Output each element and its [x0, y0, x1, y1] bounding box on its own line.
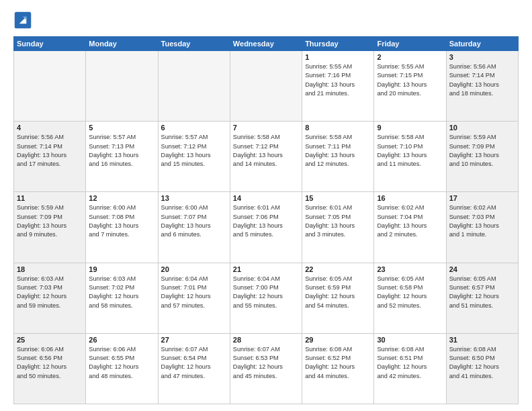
calendar-week-1: 1Sunrise: 5:55 AMSunset: 7:16 PMDaylight…	[14, 51, 519, 122]
calendar-cell: 19Sunrise: 6:03 AMSunset: 7:02 PMDayligh…	[86, 263, 158, 333]
calendar-cell: 5Sunrise: 5:57 AMSunset: 7:13 PMDaylight…	[86, 122, 158, 192]
day-number: 1	[305, 53, 371, 61]
day-info: Sunrise: 6:01 AMSunset: 7:06 PMDaylight:…	[233, 203, 299, 239]
day-info: Sunrise: 5:57 AMSunset: 7:13 PMDaylight:…	[89, 133, 154, 169]
calendar-cell: 30Sunrise: 6:08 AMSunset: 6:51 PMDayligh…	[374, 333, 446, 404]
logo-icon	[13, 11, 32, 30]
day-number: 26	[89, 336, 154, 344]
calendar-week-4: 18Sunrise: 6:03 AMSunset: 7:03 PMDayligh…	[14, 263, 519, 333]
day-info: Sunrise: 6:07 AMSunset: 6:53 PMDaylight:…	[233, 345, 299, 381]
calendar-cell: 20Sunrise: 6:04 AMSunset: 7:01 PMDayligh…	[158, 263, 230, 333]
calendar-cell: 29Sunrise: 6:08 AMSunset: 6:52 PMDayligh…	[302, 333, 374, 404]
day-number: 23	[377, 265, 443, 273]
day-number: 24	[449, 265, 515, 273]
day-number: 22	[305, 265, 371, 273]
calendar-cell	[86, 51, 158, 122]
day-info: Sunrise: 5:58 AMSunset: 7:11 PMDaylight:…	[305, 133, 371, 169]
day-number: 8	[305, 124, 371, 132]
calendar-cell: 23Sunrise: 6:05 AMSunset: 6:58 PMDayligh…	[374, 263, 446, 333]
day-number: 6	[161, 124, 227, 132]
day-info: Sunrise: 6:05 AMSunset: 6:58 PMDaylight:…	[377, 275, 443, 310]
calendar-cell: 24Sunrise: 6:05 AMSunset: 6:57 PMDayligh…	[446, 263, 518, 333]
day-info: Sunrise: 6:03 AMSunset: 7:02 PMDaylight:…	[89, 275, 154, 310]
day-number: 7	[233, 124, 299, 132]
day-info: Sunrise: 6:04 AMSunset: 7:00 PMDaylight:…	[233, 275, 299, 310]
day-number: 31	[449, 336, 515, 344]
calendar-cell: 21Sunrise: 6:04 AMSunset: 7:00 PMDayligh…	[230, 263, 302, 333]
calendar-cell: 14Sunrise: 6:01 AMSunset: 7:06 PMDayligh…	[230, 192, 302, 263]
day-number: 25	[17, 336, 83, 344]
day-info: Sunrise: 6:05 AMSunset: 6:59 PMDaylight:…	[305, 275, 371, 310]
day-info: Sunrise: 6:01 AMSunset: 7:05 PMDaylight:…	[305, 203, 371, 239]
day-info: Sunrise: 6:08 AMSunset: 6:51 PMDaylight:…	[377, 345, 443, 381]
calendar-cell: 22Sunrise: 6:05 AMSunset: 6:59 PMDayligh…	[302, 263, 374, 333]
day-info: Sunrise: 6:08 AMSunset: 6:52 PMDaylight:…	[305, 345, 371, 381]
day-number: 17	[449, 194, 515, 202]
calendar-week-2: 4Sunrise: 5:56 AMSunset: 7:14 PMDaylight…	[14, 122, 519, 192]
calendar-cell: 4Sunrise: 5:56 AMSunset: 7:14 PMDaylight…	[14, 122, 86, 192]
calendar-cell: 2Sunrise: 5:55 AMSunset: 7:15 PMDaylight…	[374, 51, 446, 122]
day-info: Sunrise: 6:05 AMSunset: 6:57 PMDaylight:…	[449, 275, 515, 310]
day-number: 15	[305, 194, 371, 202]
day-info: Sunrise: 6:08 AMSunset: 6:50 PMDaylight:…	[449, 345, 515, 381]
weekday-header-friday: Friday	[374, 37, 446, 51]
day-number: 12	[89, 194, 154, 202]
day-number: 16	[377, 194, 443, 202]
calendar-cell: 28Sunrise: 6:07 AMSunset: 6:53 PMDayligh…	[230, 333, 302, 404]
calendar: SundayMondayTuesdayWednesdayThursdayFrid…	[13, 36, 519, 404]
calendar-cell: 9Sunrise: 5:58 AMSunset: 7:10 PMDaylight…	[374, 122, 446, 192]
day-number: 19	[89, 265, 154, 273]
weekday-header-monday: Monday	[86, 37, 158, 51]
day-number: 3	[449, 53, 515, 61]
calendar-cell: 3Sunrise: 5:56 AMSunset: 7:14 PMDaylight…	[446, 51, 518, 122]
day-number: 14	[233, 194, 299, 202]
weekday-header-saturday: Saturday	[446, 37, 518, 51]
day-number: 18	[17, 265, 83, 273]
header	[13, 11, 519, 30]
day-number: 4	[17, 124, 83, 132]
day-info: Sunrise: 5:58 AMSunset: 7:10 PMDaylight:…	[377, 133, 443, 169]
weekday-header-row: SundayMondayTuesdayWednesdayThursdayFrid…	[14, 37, 519, 51]
calendar-cell: 13Sunrise: 6:00 AMSunset: 7:07 PMDayligh…	[158, 192, 230, 263]
logo	[13, 11, 35, 30]
day-number: 30	[377, 336, 443, 344]
day-info: Sunrise: 6:02 AMSunset: 7:04 PMDaylight:…	[377, 203, 443, 239]
day-info: Sunrise: 5:56 AMSunset: 7:14 PMDaylight:…	[449, 62, 515, 98]
calendar-cell: 26Sunrise: 6:06 AMSunset: 6:55 PMDayligh…	[86, 333, 158, 404]
calendar-cell: 6Sunrise: 5:57 AMSunset: 7:12 PMDaylight…	[158, 122, 230, 192]
day-number: 10	[449, 124, 515, 132]
day-number: 28	[233, 336, 299, 344]
day-info: Sunrise: 6:03 AMSunset: 7:03 PMDaylight:…	[17, 275, 83, 310]
page: SundayMondayTuesdayWednesdayThursdayFrid…	[0, 0, 532, 411]
calendar-cell: 18Sunrise: 6:03 AMSunset: 7:03 PMDayligh…	[14, 263, 86, 333]
calendar-cell: 31Sunrise: 6:08 AMSunset: 6:50 PMDayligh…	[446, 333, 518, 404]
day-info: Sunrise: 5:59 AMSunset: 7:09 PMDaylight:…	[449, 133, 515, 169]
day-number: 21	[233, 265, 299, 273]
calendar-cell	[158, 51, 230, 122]
day-number: 11	[17, 194, 83, 202]
calendar-cell: 12Sunrise: 6:00 AMSunset: 7:08 PMDayligh…	[86, 192, 158, 263]
calendar-cell	[230, 51, 302, 122]
calendar-cell: 1Sunrise: 5:55 AMSunset: 7:16 PMDaylight…	[302, 51, 374, 122]
day-number: 2	[377, 53, 443, 61]
day-info: Sunrise: 6:06 AMSunset: 6:56 PMDaylight:…	[17, 345, 83, 381]
day-info: Sunrise: 6:00 AMSunset: 7:08 PMDaylight:…	[89, 203, 154, 239]
calendar-cell	[14, 51, 86, 122]
day-number: 27	[161, 336, 227, 344]
day-number: 5	[89, 124, 154, 132]
calendar-cell: 7Sunrise: 5:58 AMSunset: 7:12 PMDaylight…	[230, 122, 302, 192]
calendar-cell: 10Sunrise: 5:59 AMSunset: 7:09 PMDayligh…	[446, 122, 518, 192]
weekday-header-sunday: Sunday	[14, 37, 86, 51]
calendar-cell: 25Sunrise: 6:06 AMSunset: 6:56 PMDayligh…	[14, 333, 86, 404]
day-info: Sunrise: 6:04 AMSunset: 7:01 PMDaylight:…	[161, 275, 227, 310]
day-info: Sunrise: 6:02 AMSunset: 7:03 PMDaylight:…	[449, 203, 515, 239]
day-info: Sunrise: 5:58 AMSunset: 7:12 PMDaylight:…	[233, 133, 299, 169]
day-info: Sunrise: 5:55 AMSunset: 7:16 PMDaylight:…	[305, 62, 371, 98]
day-info: Sunrise: 6:07 AMSunset: 6:54 PMDaylight:…	[161, 345, 227, 381]
day-info: Sunrise: 6:00 AMSunset: 7:07 PMDaylight:…	[161, 203, 227, 239]
calendar-week-3: 11Sunrise: 5:59 AMSunset: 7:09 PMDayligh…	[14, 192, 519, 263]
calendar-body: 1Sunrise: 5:55 AMSunset: 7:16 PMDaylight…	[14, 51, 519, 404]
day-number: 9	[377, 124, 443, 132]
weekday-header-wednesday: Wednesday	[230, 37, 302, 51]
calendar-cell: 11Sunrise: 5:59 AMSunset: 7:09 PMDayligh…	[14, 192, 86, 263]
